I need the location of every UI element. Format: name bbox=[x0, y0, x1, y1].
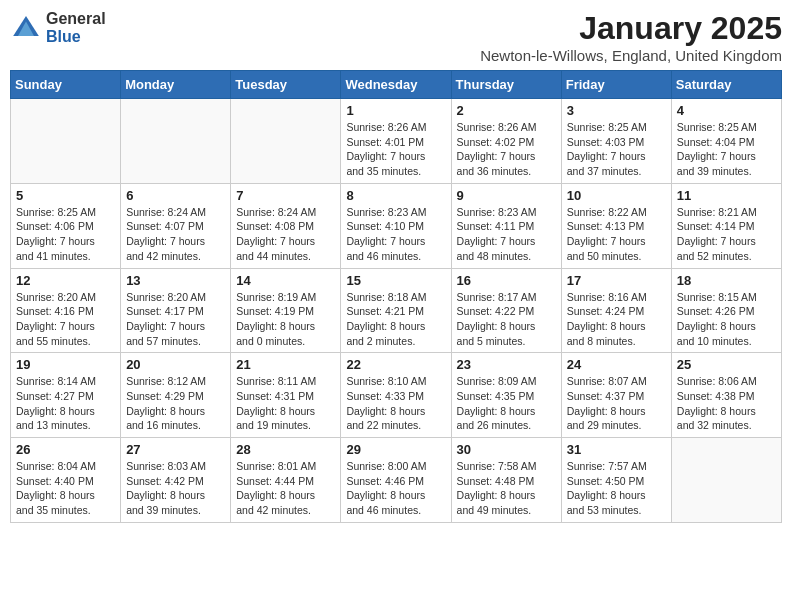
day-number: 3 bbox=[567, 103, 666, 118]
day-number: 28 bbox=[236, 442, 335, 457]
day-number: 11 bbox=[677, 188, 776, 203]
calendar-cell bbox=[11, 99, 121, 184]
day-info: Sunrise: 8:26 AM Sunset: 4:02 PM Dayligh… bbox=[457, 120, 556, 179]
day-info: Sunrise: 8:10 AM Sunset: 4:33 PM Dayligh… bbox=[346, 374, 445, 433]
calendar-cell: 4Sunrise: 8:25 AM Sunset: 4:04 PM Daylig… bbox=[671, 99, 781, 184]
day-number: 19 bbox=[16, 357, 115, 372]
calendar-cell: 29Sunrise: 8:00 AM Sunset: 4:46 PM Dayli… bbox=[341, 438, 451, 523]
logo-general: General bbox=[46, 10, 106, 28]
calendar-cell: 28Sunrise: 8:01 AM Sunset: 4:44 PM Dayli… bbox=[231, 438, 341, 523]
day-number: 16 bbox=[457, 273, 556, 288]
day-info: Sunrise: 8:22 AM Sunset: 4:13 PM Dayligh… bbox=[567, 205, 666, 264]
header-saturday: Saturday bbox=[671, 71, 781, 99]
day-number: 6 bbox=[126, 188, 225, 203]
calendar-cell: 20Sunrise: 8:12 AM Sunset: 4:29 PM Dayli… bbox=[121, 353, 231, 438]
day-info: Sunrise: 7:57 AM Sunset: 4:50 PM Dayligh… bbox=[567, 459, 666, 518]
day-info: Sunrise: 8:18 AM Sunset: 4:21 PM Dayligh… bbox=[346, 290, 445, 349]
calendar-cell: 9Sunrise: 8:23 AM Sunset: 4:11 PM Daylig… bbox=[451, 183, 561, 268]
day-number: 2 bbox=[457, 103, 556, 118]
calendar-cell: 6Sunrise: 8:24 AM Sunset: 4:07 PM Daylig… bbox=[121, 183, 231, 268]
day-info: Sunrise: 8:09 AM Sunset: 4:35 PM Dayligh… bbox=[457, 374, 556, 433]
day-info: Sunrise: 8:07 AM Sunset: 4:37 PM Dayligh… bbox=[567, 374, 666, 433]
logo-icon bbox=[10, 12, 42, 44]
day-info: Sunrise: 8:24 AM Sunset: 4:07 PM Dayligh… bbox=[126, 205, 225, 264]
day-info: Sunrise: 8:26 AM Sunset: 4:01 PM Dayligh… bbox=[346, 120, 445, 179]
calendar-cell: 1Sunrise: 8:26 AM Sunset: 4:01 PM Daylig… bbox=[341, 99, 451, 184]
day-number: 26 bbox=[16, 442, 115, 457]
title-block: January 2025 Newton-le-Willows, England,… bbox=[480, 10, 782, 64]
header-monday: Monday bbox=[121, 71, 231, 99]
calendar-cell: 26Sunrise: 8:04 AM Sunset: 4:40 PM Dayli… bbox=[11, 438, 121, 523]
header-row: SundayMondayTuesdayWednesdayThursdayFrid… bbox=[11, 71, 782, 99]
day-info: Sunrise: 8:15 AM Sunset: 4:26 PM Dayligh… bbox=[677, 290, 776, 349]
calendar-cell: 13Sunrise: 8:20 AM Sunset: 4:17 PM Dayli… bbox=[121, 268, 231, 353]
calendar-header: SundayMondayTuesdayWednesdayThursdayFrid… bbox=[11, 71, 782, 99]
logo-blue: Blue bbox=[46, 28, 106, 46]
day-info: Sunrise: 8:25 AM Sunset: 4:06 PM Dayligh… bbox=[16, 205, 115, 264]
calendar-body: 1Sunrise: 8:26 AM Sunset: 4:01 PM Daylig… bbox=[11, 99, 782, 523]
calendar-cell bbox=[121, 99, 231, 184]
calendar-cell: 7Sunrise: 8:24 AM Sunset: 4:08 PM Daylig… bbox=[231, 183, 341, 268]
day-number: 14 bbox=[236, 273, 335, 288]
calendar-cell: 22Sunrise: 8:10 AM Sunset: 4:33 PM Dayli… bbox=[341, 353, 451, 438]
day-info: Sunrise: 8:23 AM Sunset: 4:11 PM Dayligh… bbox=[457, 205, 556, 264]
header-friday: Friday bbox=[561, 71, 671, 99]
day-info: Sunrise: 8:23 AM Sunset: 4:10 PM Dayligh… bbox=[346, 205, 445, 264]
calendar-cell bbox=[671, 438, 781, 523]
day-info: Sunrise: 8:24 AM Sunset: 4:08 PM Dayligh… bbox=[236, 205, 335, 264]
day-info: Sunrise: 8:17 AM Sunset: 4:22 PM Dayligh… bbox=[457, 290, 556, 349]
day-info: Sunrise: 8:25 AM Sunset: 4:03 PM Dayligh… bbox=[567, 120, 666, 179]
calendar-week-2: 5Sunrise: 8:25 AM Sunset: 4:06 PM Daylig… bbox=[11, 183, 782, 268]
logo: General Blue bbox=[10, 10, 106, 45]
calendar-cell: 16Sunrise: 8:17 AM Sunset: 4:22 PM Dayli… bbox=[451, 268, 561, 353]
calendar-cell: 2Sunrise: 8:26 AM Sunset: 4:02 PM Daylig… bbox=[451, 99, 561, 184]
day-number: 29 bbox=[346, 442, 445, 457]
day-number: 5 bbox=[16, 188, 115, 203]
day-number: 18 bbox=[677, 273, 776, 288]
day-number: 10 bbox=[567, 188, 666, 203]
calendar-cell: 30Sunrise: 7:58 AM Sunset: 4:48 PM Dayli… bbox=[451, 438, 561, 523]
day-info: Sunrise: 8:16 AM Sunset: 4:24 PM Dayligh… bbox=[567, 290, 666, 349]
calendar-week-3: 12Sunrise: 8:20 AM Sunset: 4:16 PM Dayli… bbox=[11, 268, 782, 353]
calendar-table: SundayMondayTuesdayWednesdayThursdayFrid… bbox=[10, 70, 782, 523]
calendar-cell: 15Sunrise: 8:18 AM Sunset: 4:21 PM Dayli… bbox=[341, 268, 451, 353]
day-number: 7 bbox=[236, 188, 335, 203]
day-number: 24 bbox=[567, 357, 666, 372]
day-number: 4 bbox=[677, 103, 776, 118]
calendar-cell: 17Sunrise: 8:16 AM Sunset: 4:24 PM Dayli… bbox=[561, 268, 671, 353]
calendar-cell: 18Sunrise: 8:15 AM Sunset: 4:26 PM Dayli… bbox=[671, 268, 781, 353]
day-number: 20 bbox=[126, 357, 225, 372]
day-number: 27 bbox=[126, 442, 225, 457]
calendar-subtitle: Newton-le-Willows, England, United Kingd… bbox=[480, 47, 782, 64]
day-number: 30 bbox=[457, 442, 556, 457]
calendar-week-5: 26Sunrise: 8:04 AM Sunset: 4:40 PM Dayli… bbox=[11, 438, 782, 523]
calendar-cell: 12Sunrise: 8:20 AM Sunset: 4:16 PM Dayli… bbox=[11, 268, 121, 353]
day-number: 12 bbox=[16, 273, 115, 288]
calendar-cell: 11Sunrise: 8:21 AM Sunset: 4:14 PM Dayli… bbox=[671, 183, 781, 268]
calendar-cell: 23Sunrise: 8:09 AM Sunset: 4:35 PM Dayli… bbox=[451, 353, 561, 438]
calendar-cell: 10Sunrise: 8:22 AM Sunset: 4:13 PM Dayli… bbox=[561, 183, 671, 268]
day-info: Sunrise: 8:20 AM Sunset: 4:16 PM Dayligh… bbox=[16, 290, 115, 349]
page-header: General Blue January 2025 Newton-le-Will… bbox=[10, 10, 782, 64]
calendar-cell bbox=[231, 99, 341, 184]
header-sunday: Sunday bbox=[11, 71, 121, 99]
day-info: Sunrise: 8:20 AM Sunset: 4:17 PM Dayligh… bbox=[126, 290, 225, 349]
day-info: Sunrise: 8:11 AM Sunset: 4:31 PM Dayligh… bbox=[236, 374, 335, 433]
calendar-cell: 21Sunrise: 8:11 AM Sunset: 4:31 PM Dayli… bbox=[231, 353, 341, 438]
day-info: Sunrise: 8:01 AM Sunset: 4:44 PM Dayligh… bbox=[236, 459, 335, 518]
header-tuesday: Tuesday bbox=[231, 71, 341, 99]
calendar-title: January 2025 bbox=[480, 10, 782, 47]
day-info: Sunrise: 8:04 AM Sunset: 4:40 PM Dayligh… bbox=[16, 459, 115, 518]
header-thursday: Thursday bbox=[451, 71, 561, 99]
calendar-cell: 31Sunrise: 7:57 AM Sunset: 4:50 PM Dayli… bbox=[561, 438, 671, 523]
day-number: 15 bbox=[346, 273, 445, 288]
day-number: 17 bbox=[567, 273, 666, 288]
day-number: 25 bbox=[677, 357, 776, 372]
day-info: Sunrise: 7:58 AM Sunset: 4:48 PM Dayligh… bbox=[457, 459, 556, 518]
day-number: 9 bbox=[457, 188, 556, 203]
day-number: 13 bbox=[126, 273, 225, 288]
day-number: 23 bbox=[457, 357, 556, 372]
calendar-cell: 19Sunrise: 8:14 AM Sunset: 4:27 PM Dayli… bbox=[11, 353, 121, 438]
day-info: Sunrise: 8:14 AM Sunset: 4:27 PM Dayligh… bbox=[16, 374, 115, 433]
day-number: 22 bbox=[346, 357, 445, 372]
